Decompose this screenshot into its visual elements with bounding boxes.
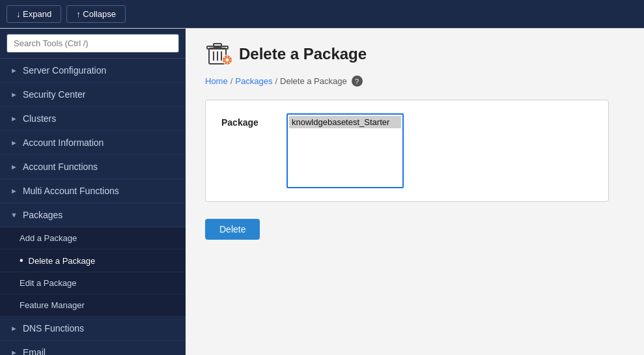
sidebar-item-delete-a-package[interactable]: • Delete a Package (0, 249, 186, 272)
sidebar-item-security-center[interactable]: ► Security Center (0, 83, 186, 107)
settings-badge-icon (222, 55, 232, 65)
breadcrumb-home-link[interactable]: Home (205, 76, 228, 86)
sidebar-item-feature-manager[interactable]: Feature Manager (0, 294, 186, 317)
sidebar-item-packages[interactable]: ▼ Packages (0, 203, 186, 227)
expand-button[interactable]: ↓ Expand (7, 5, 61, 23)
chevron-down-icon: ▼ (10, 211, 18, 219)
search-bar-container (0, 29, 186, 59)
package-select[interactable]: knowldgebasetest_Starter (287, 113, 404, 188)
package-label: Package (221, 113, 273, 128)
package-option[interactable]: knowldgebasetest_Starter (289, 116, 401, 128)
breadcrumb-sep-1: / (231, 76, 233, 86)
sidebar-item-clusters[interactable]: ► Clusters (0, 107, 186, 131)
search-input[interactable] (7, 34, 179, 53)
sidebar-item-email[interactable]: ► Email (0, 341, 186, 355)
chevron-right-icon: ► (10, 348, 18, 355)
chevron-right-icon: ► (10, 163, 18, 171)
sidebar-item-account-functions[interactable]: ► Account Functions (0, 155, 186, 179)
chevron-right-icon: ► (10, 115, 18, 122)
delete-button[interactable]: Delete (205, 219, 260, 240)
sidebar-item-server-configuration[interactable]: ► Server Configuration (0, 59, 186, 83)
main-content: Delete a Package Home / Packages / Delet… (186, 29, 644, 355)
page-title: Delete a Package (239, 45, 367, 63)
page-header: Delete a Package (205, 42, 624, 66)
sidebar-nav: ► Server Configuration ► Security Center… (0, 59, 186, 355)
svg-rect-2 (214, 44, 221, 47)
sidebar-item-dns-functions[interactable]: ► DNS Functions (0, 317, 186, 341)
page-icon (205, 42, 230, 66)
chevron-right-icon: ► (10, 139, 18, 147)
sidebar-item-edit-a-package[interactable]: Edit a Package (0, 272, 186, 294)
chevron-right-icon: ► (10, 324, 18, 332)
form-card: Package knowldgebasetest_Starter (205, 100, 609, 202)
sidebar-item-add-a-package[interactable]: Add a Package (0, 227, 186, 249)
breadcrumb-current: Delete a Package (280, 76, 347, 86)
breadcrumb: Home / Packages / Delete a Package ? (205, 76, 624, 87)
chevron-right-icon: ► (10, 66, 18, 74)
sidebar-item-multi-account-functions[interactable]: ► Multi Account Functions (0, 179, 186, 203)
active-bullet: • (20, 255, 23, 266)
breadcrumb-packages-link[interactable]: Packages (235, 76, 272, 86)
sidebar-item-account-information[interactable]: ► Account Information (0, 131, 186, 155)
top-bar: ↓ Expand ↑ Collapse (0, 0, 644, 29)
sidebar: ► Server Configuration ► Security Center… (0, 29, 186, 355)
chevron-right-icon: ► (10, 187, 18, 195)
form-row-package: Package knowldgebasetest_Starter (221, 113, 593, 188)
packages-sub-items: Add a Package • Delete a Package Edit a … (0, 227, 186, 317)
help-icon[interactable]: ? (352, 76, 363, 87)
svg-point-7 (226, 59, 229, 62)
collapse-button[interactable]: ↑ Collapse (66, 5, 126, 23)
breadcrumb-sep-2: / (275, 76, 277, 86)
main-layout: ► Server Configuration ► Security Center… (0, 29, 644, 355)
chevron-right-icon: ► (10, 91, 18, 98)
